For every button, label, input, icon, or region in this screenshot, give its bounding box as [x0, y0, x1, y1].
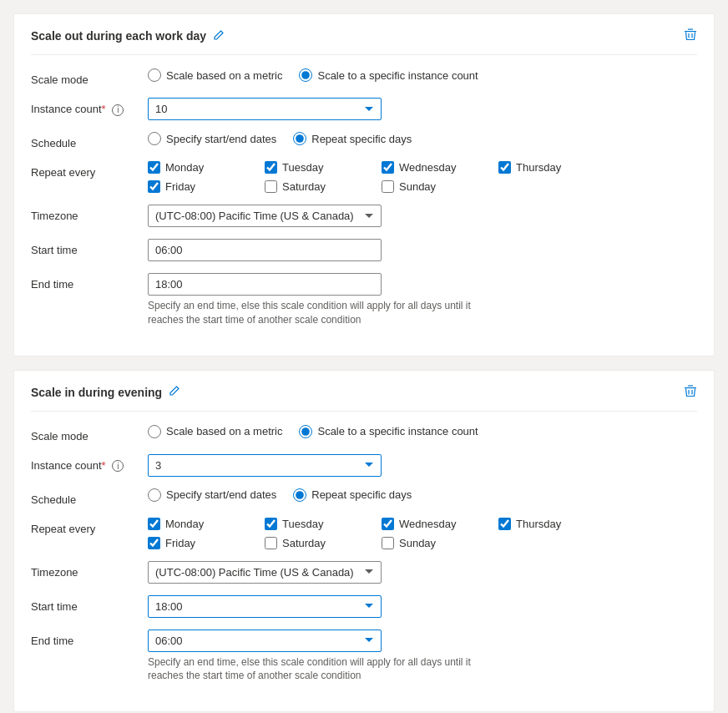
timezone-row: Timezone(UTC-08:00) Pacific Time (US & C…: [31, 561, 697, 584]
schedule-options: Specify start/end datesRepeat specific d…: [148, 132, 697, 145]
card-card2: Scale in during eveningScale modeScale b…: [13, 370, 715, 713]
day-checkbox-thu2[interactable]: [498, 518, 511, 530]
schedule-radio-startend1[interactable]: [148, 132, 161, 145]
info-icon: i: [112, 460, 124, 472]
day-checkbox-fri2[interactable]: [148, 537, 160, 549]
end-time-hint: Specify an end time, else this scale con…: [148, 655, 482, 684]
day-label-sat2: Saturday: [282, 537, 326, 549]
end-time-hint: Specify an end time, else this scale con…: [148, 299, 482, 327]
day-checkbox-sun2[interactable]: [382, 537, 394, 549]
day-checkbox-tue1[interactable]: [265, 161, 277, 174]
svg-rect-4: [685, 387, 696, 388]
timezone-label: Timezone: [31, 205, 148, 222]
schedule-label-startend1: Specify start/end dates: [166, 133, 276, 145]
radio-option-metric2[interactable]: Scale based on a metric: [148, 425, 282, 438]
day-option-wed2[interactable]: Wednesday: [382, 518, 498, 530]
edit-icon[interactable]: [169, 385, 180, 399]
schedule-radio-specific1[interactable]: [293, 132, 306, 145]
schedule-option-specific1[interactable]: Repeat specific days: [293, 132, 412, 145]
timezone-label: Timezone: [31, 561, 148, 579]
edit-icon[interactable]: [213, 29, 225, 43]
schedule-option-startend2[interactable]: Specify start/end dates: [148, 488, 276, 502]
day-checkbox-mon1[interactable]: [148, 161, 160, 174]
day-checkbox-fri1[interactable]: [148, 180, 160, 193]
start-time-input[interactable]: [148, 239, 382, 261]
days-grid: MondayTuesdayWednesdayThursdayFridaySatu…: [148, 161, 697, 193]
day-label-sun1: Sunday: [399, 180, 436, 193]
schedule-option-specific2[interactable]: Repeat specific days: [293, 488, 412, 502]
schedule-label-specific2: Repeat specific days: [311, 488, 412, 501]
radio-option-instance1[interactable]: Scale to a specific instance count: [299, 68, 478, 82]
card-header: Scale in during evening: [31, 384, 697, 412]
svg-rect-1: [688, 29, 693, 30]
schedule-radio-startend2[interactable]: [148, 488, 161, 502]
day-option-thu2[interactable]: Thursday: [498, 518, 615, 530]
day-option-mon2[interactable]: Monday: [148, 518, 265, 530]
card-title-text: Scale out during each work day: [31, 29, 206, 43]
radio-metric1[interactable]: [148, 68, 161, 82]
day-checkbox-wed2[interactable]: [382, 518, 394, 530]
radio-label-instance2: Scale to a specific instance count: [317, 425, 478, 437]
day-option-wed1[interactable]: Wednesday: [382, 161, 498, 174]
day-checkbox-mon2[interactable]: [148, 518, 160, 530]
day-option-sun2[interactable]: Sunday: [382, 537, 498, 549]
start-time-select[interactable]: 18:00: [148, 595, 382, 618]
day-option-sat1[interactable]: Saturday: [265, 180, 382, 193]
end-time-select[interactable]: 06:00: [148, 630, 382, 652]
timezone-select[interactable]: (UTC-08:00) Pacific Time (US & Canada): [148, 205, 382, 227]
timezone-control: (UTC-08:00) Pacific Time (US & Canada): [148, 561, 697, 584]
end-time-label: End time: [31, 273, 148, 291]
end-time-control: 06:00Specify an end time, else this scal…: [148, 630, 697, 684]
day-checkbox-thu1[interactable]: [498, 161, 511, 174]
svg-rect-5: [688, 385, 693, 386]
delete-icon[interactable]: [684, 384, 697, 401]
day-label-tue1: Tuesday: [282, 161, 323, 174]
timezone-row: Timezone(UTC-08:00) Pacific Time (US & C…: [31, 205, 697, 227]
instance-count-select[interactable]: 10: [148, 98, 382, 120]
repeat-every-label: Repeat every: [31, 161, 148, 179]
radio-option-instance2[interactable]: Scale to a specific instance count: [299, 425, 478, 438]
svg-rect-0: [685, 31, 696, 32]
instance-count-control: 10: [148, 98, 697, 120]
repeat-every-control: MondayTuesdayWednesdayThursdayFridaySatu…: [148, 161, 697, 193]
day-checkbox-sat1[interactable]: [265, 180, 277, 193]
day-option-tue2[interactable]: Tuesday: [265, 518, 382, 530]
day-label-wed1: Wednesday: [399, 161, 456, 174]
radio-option-metric1[interactable]: Scale based on a metric: [148, 68, 282, 82]
days-grid: MondayTuesdayWednesdayThursdayFridaySatu…: [148, 518, 697, 549]
day-label-fri1: Friday: [165, 180, 195, 193]
scale-mode-row: Scale modeScale based on a metricScale t…: [31, 425, 697, 442]
info-icon: i: [112, 104, 124, 116]
start-time-row: Start time18:00: [31, 595, 697, 618]
day-option-sun1[interactable]: Sunday: [382, 180, 498, 193]
day-option-fri2[interactable]: Friday: [148, 537, 265, 549]
timezone-select[interactable]: (UTC-08:00) Pacific Time (US & Canada): [148, 561, 382, 584]
delete-icon[interactable]: [684, 28, 697, 44]
day-option-mon1[interactable]: Monday: [148, 161, 265, 174]
day-option-sat2[interactable]: Saturday: [265, 537, 382, 549]
schedule-options: Specify start/end datesRepeat specific d…: [148, 488, 697, 502]
card-card1: Scale out during each work dayScale mode…: [13, 13, 715, 356]
instance-count-select[interactable]: 3: [148, 454, 382, 477]
schedule-radio-specific2[interactable]: [293, 488, 306, 502]
day-option-fri1[interactable]: Friday: [148, 180, 265, 193]
end-time-control: Specify an end time, else this scale con…: [148, 273, 697, 327]
instance-count-control: 3: [148, 454, 697, 477]
instance-count-label: Instance count* i: [31, 98, 148, 116]
radio-metric2[interactable]: [148, 425, 161, 438]
radio-instance2[interactable]: [299, 425, 312, 438]
day-label-tue2: Tuesday: [282, 518, 323, 530]
day-checkbox-wed1[interactable]: [382, 161, 394, 174]
day-option-thu1[interactable]: Thursday: [498, 161, 615, 174]
day-option-tue1[interactable]: Tuesday: [265, 161, 382, 174]
end-time-label: End time: [31, 630, 148, 647]
end-time-row: End timeSpecify an end time, else this s…: [31, 273, 697, 327]
schedule-option-startend1[interactable]: Specify start/end dates: [148, 132, 276, 145]
end-time-input[interactable]: [148, 273, 382, 296]
day-checkbox-tue2[interactable]: [265, 518, 277, 530]
start-time-control: [148, 239, 697, 261]
scale-mode-label: Scale mode: [31, 68, 148, 86]
day-checkbox-sun1[interactable]: [382, 180, 394, 193]
radio-instance1[interactable]: [299, 68, 312, 82]
day-checkbox-sat2[interactable]: [265, 537, 277, 549]
